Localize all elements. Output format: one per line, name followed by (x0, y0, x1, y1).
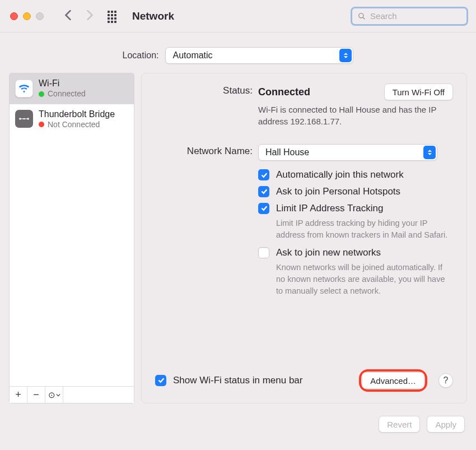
wifi-icon (15, 80, 33, 98)
checkbox-icon (155, 375, 166, 386)
checkbox-icon (258, 186, 269, 197)
checkbox-label: Ask to join new networks (276, 247, 453, 259)
remove-interface-button[interactable]: − (27, 387, 45, 403)
location-value: Automatic (172, 50, 212, 61)
show-all-icon[interactable] (108, 11, 119, 22)
interface-item-wifi[interactable]: Wi-Fi Connected (10, 73, 134, 104)
window-minimize[interactable] (23, 12, 31, 20)
location-label: Location: (123, 50, 159, 61)
search-input[interactable] (370, 11, 461, 21)
checkbox-icon (258, 203, 269, 214)
checkbox-icon (258, 169, 269, 180)
apply-button[interactable]: Apply (427, 416, 465, 433)
location-row: Location: Automatic (0, 33, 476, 73)
interface-status: Not Connected (39, 120, 115, 130)
interfaces-list: Wi-Fi Connected Thunderbolt Bridge Not C… (10, 73, 134, 386)
checkbox-label: Automatically join this network (276, 169, 404, 182)
checkbox-label: Limit IP Address Tracking (276, 202, 453, 215)
bottom-row: Show Wi-Fi status in menu bar Advanced… … (155, 363, 453, 392)
sidebar-footer: + − ⊙ (10, 386, 134, 403)
revert-button[interactable]: Revert (379, 416, 420, 433)
add-interface-button[interactable]: + (10, 387, 27, 403)
svg-line-1 (363, 17, 365, 19)
limit-tracking-checkbox[interactable]: Limit IP Address Tracking Limit IP addre… (258, 202, 453, 241)
status-detail: Wi-Fi is connected to Hall House and has… (258, 104, 443, 127)
interfaces-sidebar: Wi-Fi Connected Thunderbolt Bridge Not C… (9, 73, 134, 403)
advanced-button[interactable]: Advanced… (362, 372, 424, 389)
interface-status: Connected (39, 89, 86, 99)
advanced-highlight: Advanced… (359, 369, 427, 392)
checkbox-description: Known networks will be joined automatica… (276, 262, 453, 297)
network-name-value: Hall House (265, 147, 309, 157)
titlebar: Network (0, 0, 476, 33)
network-name-select[interactable]: Hall House (258, 144, 437, 161)
turn-wifi-off-button[interactable]: Turn Wi-Fi Off (384, 83, 453, 100)
page-footer: Revert Apply (0, 403, 476, 433)
status-row: Status: Connected Turn Wi-Fi Off Wi-Fi i… (155, 83, 453, 127)
window-maximize[interactable] (36, 12, 44, 20)
show-menubar-checkbox[interactable]: Show Wi-Fi status in menu bar (155, 374, 302, 387)
thunderbolt-icon (15, 110, 33, 128)
forward-button[interactable] (82, 9, 97, 24)
main-area: Wi-Fi Connected Thunderbolt Bridge Not C… (0, 73, 476, 403)
personal-hotspots-checkbox[interactable]: Ask to join Personal Hotspots (258, 185, 453, 198)
checkbox-icon (258, 247, 269, 258)
status-dot-icon (39, 122, 44, 127)
sidebar-footer-spacer (63, 387, 134, 403)
auto-join-checkbox[interactable]: Automatically join this network (258, 169, 453, 182)
network-name-label: Network Name: (155, 144, 253, 301)
window-title: Network (132, 10, 174, 22)
ask-new-networks-checkbox[interactable]: Ask to join new networks Known networks … (258, 247, 453, 297)
select-chevrons-icon (339, 49, 352, 62)
checkbox-label: Show Wi-Fi status in menu bar (173, 374, 302, 387)
network-name-row: Network Name: Hall House Automatically j… (155, 144, 453, 301)
back-button[interactable] (60, 9, 76, 24)
select-chevrons-icon (423, 146, 436, 159)
interface-item-thunderbolt[interactable]: Thunderbolt Bridge Not Connected (10, 104, 134, 135)
svg-point-0 (359, 13, 363, 17)
svg-point-5 (24, 118, 25, 120)
checkbox-label: Ask to join Personal Hotspots (276, 185, 400, 198)
search-icon (358, 12, 366, 21)
checkbox-description: Limit IP address tracking by hiding your… (276, 217, 453, 241)
content-panel: Status: Connected Turn Wi-Fi Off Wi-Fi i… (141, 73, 467, 403)
status-label: Status: (155, 83, 253, 96)
location-select[interactable]: Automatic (165, 47, 353, 64)
status-value: Connected (258, 86, 310, 98)
help-button[interactable]: ? (438, 373, 453, 388)
window-close[interactable] (10, 12, 18, 20)
interface-name: Thunderbolt Bridge (39, 109, 115, 120)
interface-name: Wi-Fi (39, 78, 86, 89)
interface-actions-menu[interactable]: ⊙ (45, 387, 63, 403)
status-dot-icon (39, 91, 44, 97)
search-field[interactable] (351, 7, 468, 26)
traffic-lights (10, 12, 44, 20)
